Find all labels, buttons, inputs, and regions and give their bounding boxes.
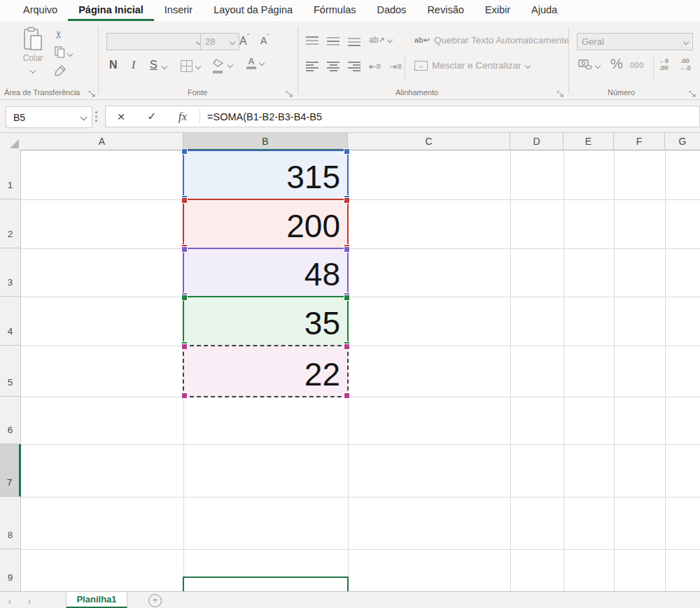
selection-handle[interactable] — [344, 393, 350, 399]
decrease-decimal-icon[interactable]: .00→.0 — [679, 57, 691, 71]
menu-arquivo[interactable]: Arquivo — [13, 0, 68, 21]
row-header-3[interactable]: 3 — [0, 248, 21, 297]
sheet-prev-icon[interactable]: ‹ — [0, 592, 20, 608]
format-painter-icon[interactable] — [53, 64, 67, 80]
fill-color-button[interactable] — [213, 57, 232, 73]
merge-center-icon: ↔ — [414, 61, 428, 71]
selection-handle[interactable] — [181, 344, 188, 350]
menu-revisao[interactable]: Revisão — [416, 0, 474, 21]
row-header-5[interactable]: 5 — [0, 346, 21, 397]
number-dialog-launcher-icon[interactable] — [689, 88, 697, 97]
selection-handle[interactable] — [181, 246, 188, 253]
paste-button[interactable]: Colar — [15, 27, 50, 76]
copy-button[interactable] — [55, 46, 72, 61]
align-top-icon[interactable] — [306, 36, 318, 46]
number-format-combo[interactable]: Geral — [577, 33, 693, 50]
name-box[interactable]: B5 — [6, 106, 92, 128]
font-color-button[interactable]: A — [246, 57, 264, 69]
copy-icon — [55, 46, 65, 61]
paste-chevron-icon — [30, 68, 36, 73]
alignment-dialog-launcher-icon[interactable] — [556, 88, 565, 97]
sheet-next-icon[interactable]: › — [20, 592, 39, 608]
align-left-icon[interactable] — [306, 62, 318, 71]
align-center-icon[interactable] — [327, 62, 340, 71]
cell-b2[interactable]: 200 — [183, 199, 349, 249]
shrink-font-button[interactable]: Aˇ — [260, 34, 270, 46]
menu-inserir[interactable]: Inserir — [154, 0, 203, 21]
selection-handle[interactable] — [181, 197, 188, 204]
selection-handle[interactable] — [344, 344, 350, 350]
menu-dados[interactable]: Dados — [366, 0, 416, 21]
column-header-c[interactable]: C — [348, 133, 510, 150]
underline-chevron-icon[interactable] — [162, 64, 167, 69]
align-middle-icon[interactable] — [327, 36, 340, 46]
row-header-6[interactable]: 6 — [0, 397, 21, 444]
selection-handle[interactable] — [181, 393, 188, 399]
selection-handle[interactable] — [344, 246, 350, 253]
accounting-icon — [578, 59, 592, 73]
font-size-combo[interactable]: 28 — [200, 33, 239, 50]
align-bottom-icon[interactable] — [348, 36, 360, 46]
sheet-tab-planilha1[interactable]: Planilha1 — [66, 592, 127, 608]
column-header-g[interactable]: G — [665, 133, 700, 150]
number-group-label: Número — [608, 88, 635, 97]
cut-icon[interactable]: ✂ — [52, 30, 65, 39]
clipboard-dialog-launcher-icon[interactable] — [88, 88, 97, 97]
cell-b3[interactable]: 48 — [183, 248, 349, 297]
borders-button[interactable] — [181, 60, 200, 72]
menu-ajuda[interactable]: Ajuda — [521, 0, 568, 21]
percent-style-icon[interactable]: % — [610, 56, 623, 72]
cell-b1[interactable]: 315 — [183, 150, 349, 200]
decrease-indent-icon[interactable]: ⇤≡ — [369, 62, 379, 71]
selection-handle[interactable] — [344, 295, 350, 301]
cell-b5[interactable]: 22 — [183, 345, 349, 397]
align-right-icon[interactable] — [348, 62, 360, 71]
underline-button[interactable]: S — [150, 59, 158, 71]
merge-chevron-icon — [524, 62, 530, 68]
row-header-2[interactable]: 2 — [0, 199, 21, 248]
clipboard-group-label: Área de Transferência — [4, 88, 80, 97]
font-group-label: Fonte — [188, 88, 207, 97]
accounting-format-button[interactable] — [578, 59, 600, 73]
formula-input[interactable]: =SOMA(B1-B2-B3-B4-B5 — [202, 111, 322, 122]
selection-handle[interactable] — [344, 197, 350, 204]
bold-button[interactable]: N — [109, 59, 118, 71]
select-all-corner[interactable] — [0, 133, 22, 151]
formula-bar-grip-icon[interactable] — [95, 111, 97, 122]
font-dialog-launcher-icon[interactable] — [286, 88, 294, 97]
add-sheet-button[interactable]: + — [148, 594, 162, 607]
selection-handle[interactable] — [344, 148, 350, 155]
row-header-9[interactable]: 9 — [0, 549, 21, 591]
increase-indent-icon[interactable]: ⇥≡ — [390, 62, 400, 71]
font-name-combo[interactable] — [106, 33, 206, 50]
column-header-a[interactable]: A — [21, 133, 183, 150]
comma-style-icon[interactable]: 000 — [630, 61, 644, 69]
menu-formulas[interactable]: Fórmulas — [303, 0, 366, 21]
sheet-tab-bar: ‹ › Planilha1 + — [0, 591, 700, 608]
column-header-e[interactable]: E — [564, 133, 614, 150]
row-header-1[interactable]: 1 — [0, 150, 21, 199]
row-header-4[interactable]: 4 — [0, 297, 21, 346]
excel-window: Arquivo Página Inicial Inserir Layout da… — [0, 0, 700, 608]
orientation-button[interactable]: ab↗ — [369, 35, 392, 45]
column-header-d[interactable]: D — [510, 133, 564, 150]
row-header-8[interactable]: 8 — [0, 497, 21, 549]
menu-layout-da-pagina[interactable]: Layout da Página — [203, 0, 303, 21]
orientation-chevron-icon — [386, 37, 392, 43]
selection-handle[interactable] — [181, 148, 188, 155]
insert-function-icon[interactable]: fx — [167, 110, 198, 124]
cell-b4[interactable]: 35 — [183, 296, 349, 346]
selection-handle[interactable] — [181, 295, 188, 301]
row-header-7[interactable]: 7 — [0, 444, 21, 497]
grow-font-button[interactable]: Aˆ — [239, 34, 249, 48]
menu-exibir[interactable]: Exibir — [475, 0, 521, 21]
merge-center-button[interactable]: ↔ Mesclar e Centralizar — [414, 60, 530, 71]
column-header-f[interactable]: F — [614, 133, 665, 150]
menu-pagina-inicial[interactable]: Página Inicial — [68, 0, 154, 21]
italic-button[interactable]: I — [132, 59, 135, 71]
column-header-b[interactable]: B — [183, 133, 348, 150]
wrap-text-button[interactable]: ab↩ Quebrar Texto Automaticamente — [414, 35, 569, 45]
increase-decimal-icon[interactable]: ←0.00 — [659, 57, 668, 71]
cancel-icon[interactable]: × — [106, 109, 136, 125]
enter-icon[interactable]: ✓ — [136, 110, 167, 123]
